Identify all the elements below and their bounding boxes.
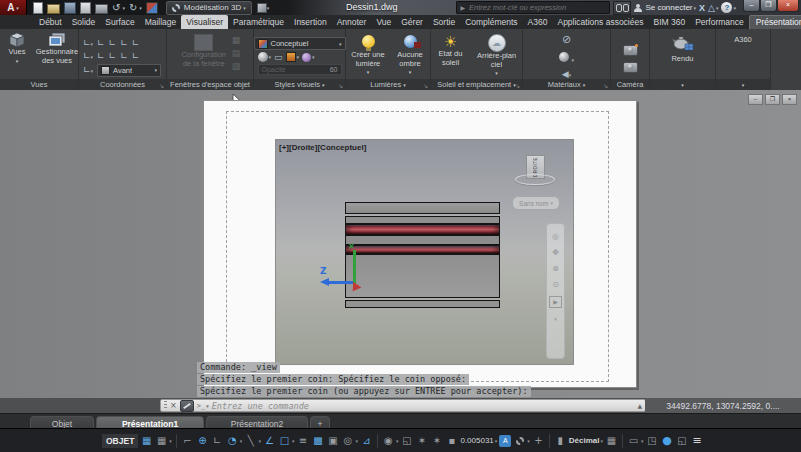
search-input[interactable] [467,2,606,13]
view-manager-button[interactable]: Gestionnaire des vues [36,29,78,65]
pan-icon[interactable]: ✥ [552,248,559,257]
isometric-drafting-icon[interactable]: ╲ [244,433,257,448]
chevron-down-icon[interactable]: ▾ [297,54,300,60]
tab-solide[interactable]: Solide [67,15,101,29]
opacity-slider[interactable]: Opacité 60 [258,64,342,75]
create-light-button[interactable]: Créer une lumière ▾ [348,32,388,77]
viewport-join-icon[interactable]: ▤ [232,48,241,58]
panel-launcher-icon[interactable]: ↘ [423,82,428,89]
transparency-icon[interactable]: ▩ [311,433,324,448]
search-field[interactable]: ▶ [456,1,610,14]
ucs-world-icon[interactable]: ∟ [97,38,105,49]
panel-title-fenetres[interactable]: Fenêtres d'espace objet [167,79,253,90]
tab-sortie[interactable]: Sortie [428,15,460,29]
tab-performance[interactable]: Performance [690,15,749,29]
chevron-down-icon[interactable]: ▾ [396,438,399,444]
create-camera-icon[interactable] [623,45,638,56]
tab-a360[interactable]: A360 [523,15,553,29]
tab-bim360[interactable]: BIM 360 [648,15,690,29]
panel-title-a360[interactable]: ▾ [716,79,770,90]
zoom-icon[interactable]: ⊗ [552,264,559,273]
showmotion-icon[interactable]: ▶ [549,296,562,308]
doc-restore-button[interactable]: ❐ [765,94,780,105]
doc-close-button[interactable]: × [782,94,797,105]
viewport-configuration-button[interactable]: Configuration de la fenêtre [180,31,228,68]
scroll-up-icon[interactable]: ▲ [637,402,642,409]
chevron-down-icon[interactable]: ▾ [716,5,719,11]
lineweight-icon[interactable]: ≡ [296,433,309,448]
chevron-down-icon[interactable]: ▾ [733,5,736,11]
tab-insertion[interactable]: Insertion [289,15,332,29]
sky-background-button[interactable]: ☁ Arrière-plan ciel ▾ [473,31,521,78]
shadow-mode-button[interactable]: Aucune ombre ▾ [392,32,428,77]
tab-surface[interactable]: Surface [100,15,139,29]
grid-icon[interactable]: ▦ [140,433,153,448]
annotation-monitor-icon[interactable]: ◉ [382,433,395,448]
units-ruler-icon[interactable]: ▮ [554,433,567,448]
hardware-acceleration-icon[interactable]: ● [661,433,674,448]
osnap-tracking-icon[interactable]: ∠ [263,433,276,448]
ucs-view-icon[interactable]: ∟ [132,38,140,49]
material-mapping-control[interactable]: ▾ [559,48,574,66]
infer-constraints-icon[interactable]: ⌐ [181,433,194,448]
search-button[interactable] [613,1,631,15]
minimize-button[interactable]: – [743,0,760,12]
open-file-icon[interactable] [47,4,60,14]
command-input[interactable]: Entrez une commande [212,401,309,411]
quick-calc-icon[interactable]: ▦ [605,433,618,448]
panel-title-coordonnees[interactable]: Coordonnées ↘ [79,79,166,90]
new-file-icon[interactable] [33,2,43,14]
wrench-icon[interactable] [180,400,194,412]
a360-icon[interactable]: △ [708,3,715,13]
ucs-object-icon[interactable]: ∟ [109,38,117,49]
chevron-down-icon[interactable]: ▾ [269,54,272,60]
views-button[interactable]: Vues ▾ [0,29,34,65]
ucs-origin-icon[interactable]: ∟ [97,51,105,62]
panel-title-vues[interactable]: Vues [0,79,78,90]
lock-ui-icon[interactable]: ▪ [445,433,458,448]
lighting-sphere-icon[interactable] [302,53,311,62]
visual-style-dropdown[interactable]: Conceptuel ▾ [254,37,346,50]
material-attach-icon[interactable]: ◀▾ [562,69,571,80]
panel-title-styles-visuels[interactable]: Styles visuels ▾ ↘ [254,79,345,90]
render-button[interactable]: Rendu [661,32,705,64]
plot-icon[interactable] [95,4,108,14]
redo-dropdown-icon[interactable]: ▾ [139,5,142,11]
chevron-down-icon[interactable]: ▾ [641,438,644,444]
tab-presentation[interactable]: Présentation [749,15,801,29]
chevron-down-icon[interactable]: ▾ [258,438,261,444]
save-icon[interactable] [64,2,76,14]
show-cameras-icon[interactable] [623,62,638,73]
polar-tracking-icon[interactable]: ◔ [226,433,239,448]
layout-viewport[interactable]: [+][Droite][Conceptuel] DROITE Sans nom … [275,139,574,365]
tab-debut[interactable]: Début [34,15,67,29]
panel-launcher-icon[interactable]: ↘ [603,82,608,89]
clean-screen-icon[interactable]: ◳ [646,433,659,448]
search-history-icon[interactable]: ▶ [460,4,465,11]
panel-title-rendu[interactable]: ▾ [650,79,715,90]
panel-launcher-icon[interactable]: ↘ [515,82,520,89]
chevron-down-icon[interactable]: ▾ [312,54,315,60]
save-as-icon[interactable] [80,2,91,14]
customize-menu-icon[interactable]: ≡ [691,433,704,448]
annotation-scale-dropdown[interactable]: 0.005031 ▾ [460,436,497,445]
ucs-zaxis-icon[interactable]: ∟ [109,51,117,62]
annotation-visibility-icon[interactable]: ✶ [415,433,428,448]
annotation-autoscale-icon[interactable]: ✶ [430,433,443,448]
tab-annoter[interactable]: Annoter [332,15,372,29]
3d-model[interactable] [345,202,502,308]
ucs-icon-settings[interactable]: ∟▾ [83,65,93,76]
viewport-controls-label[interactable]: [+][Droite][Conceptuel] [279,143,366,152]
chevron-down-icon[interactable]: ▾ [355,438,358,444]
close-button[interactable]: × [777,0,799,12]
named-view-dropdown[interactable]: Avant ▾ [97,64,161,77]
viewport-clip-icon[interactable]: ▦ [232,35,241,45]
navbar-customize-icon[interactable]: ▾ [554,315,557,324]
status-tray-icon[interactable]: ▭ [627,433,640,448]
fullscreen-icon[interactable]: ◱ [676,433,689,448]
navigation-wheel-icon[interactable]: ◎ [552,232,559,241]
units-dropdown[interactable]: Décimal ▾ [569,436,603,445]
chevron-down-icon[interactable]: ▾ [292,438,295,444]
object-snap-icon[interactable]: □ [278,433,291,448]
chevron-down-icon[interactable]: ▾ [240,438,243,444]
